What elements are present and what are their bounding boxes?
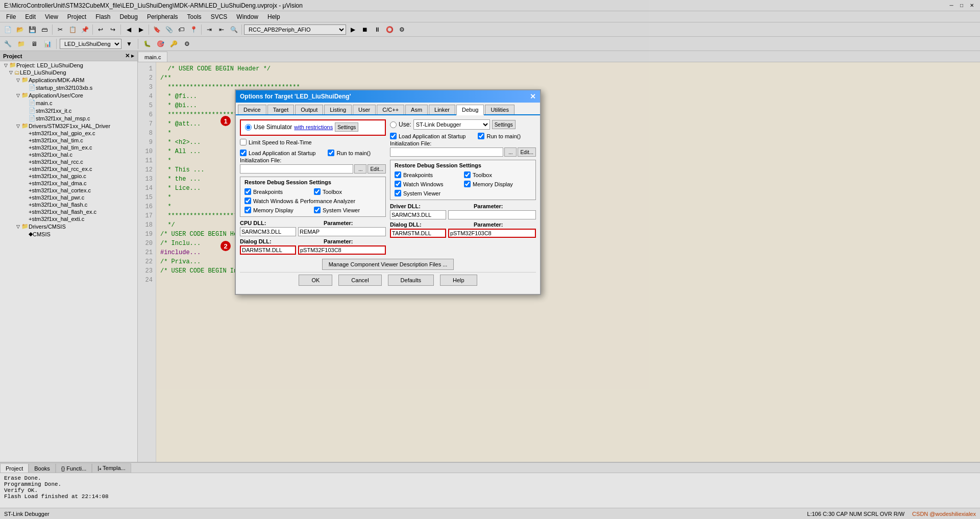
cb-memory-right[interactable] bbox=[464, 181, 471, 187]
cpu-dll-input-left[interactable] bbox=[240, 227, 296, 236]
init-file-row-right: ... Edit... bbox=[390, 147, 536, 157]
run-to-main-cb-left[interactable] bbox=[328, 150, 334, 156]
dialog-param-label-left: Parameter: bbox=[324, 238, 353, 244]
dialog-param-input-left[interactable] bbox=[298, 245, 386, 255]
run-to-main-cb-right[interactable] bbox=[478, 133, 484, 139]
dialog-param-input-right[interactable] bbox=[448, 229, 536, 238]
dtab-device[interactable]: Device bbox=[238, 105, 266, 114]
dialog-footer: OK Cancel Defaults Help bbox=[240, 272, 536, 290]
init-file-input-right[interactable] bbox=[390, 147, 503, 157]
cb-memory-left[interactable] bbox=[244, 207, 251, 213]
init-edit-right[interactable]: Edit... bbox=[518, 147, 536, 157]
dtab-cc[interactable]: C/C++ bbox=[377, 105, 404, 114]
dialog-dll-input-right[interactable] bbox=[390, 229, 446, 238]
init-file-label-right: Initialization File: bbox=[390, 140, 536, 146]
restore-title-left: Restore Debug Session Settings bbox=[244, 179, 381, 185]
dialog-close-button[interactable]: ✕ bbox=[530, 92, 536, 101]
dialog-columns: Use Simulator with restrictions Settings… bbox=[240, 119, 536, 257]
options-dialog: 1 2 Options for Target 'LED_LiuShuiDeng'… bbox=[235, 89, 541, 295]
load-app-cb-right[interactable] bbox=[390, 133, 397, 139]
cpu-param-label-left: Parameter: bbox=[324, 220, 353, 226]
help-button[interactable]: Help bbox=[440, 275, 477, 286]
dialog-tab-bar: Device Target Output Listing User C/C++ … bbox=[236, 103, 540, 115]
dtab-asm[interactable]: Asm bbox=[405, 105, 428, 114]
dialog-dll-label-left: Dialog DLL: bbox=[240, 238, 281, 244]
init-file-row-left: ... Edit... bbox=[240, 164, 386, 174]
simulator-section: Use Simulator with restrictions Settings bbox=[240, 119, 386, 136]
cb-watch-right[interactable] bbox=[395, 181, 401, 187]
dtab-listing[interactable]: Listing bbox=[324, 105, 352, 114]
cb-breakpoints-left[interactable] bbox=[244, 188, 251, 195]
driver-dll-label-right: Driver DLL: bbox=[390, 203, 431, 209]
use-row-right: Use: ST-Link Debugger Settings bbox=[390, 119, 536, 130]
restore-cb-grid-right: Breakpoints Toolbox Watch Windows Memory… bbox=[395, 170, 531, 197]
dialog-dll-input-left[interactable] bbox=[240, 245, 296, 255]
dtab-debug[interactable]: Debug bbox=[456, 105, 484, 115]
run-to-main-label-left: Run to main() bbox=[336, 150, 371, 156]
dialog-title: Options for Target 'LED_LiuShuiDeng' ✕ bbox=[236, 90, 540, 103]
dialog-dll-label-right: Dialog DLL: bbox=[390, 221, 431, 228]
driver-dll-section-right: Driver DLL: Parameter: bbox=[390, 203, 536, 219]
simulator-settings-btn[interactable]: Settings bbox=[335, 122, 358, 132]
defaults-button[interactable]: Defaults bbox=[388, 275, 434, 286]
restore-cb-grid-left: Breakpoints Toolbox Watch Windows & Perf… bbox=[244, 187, 381, 214]
dialog-body: Use Simulator with restrictions Settings… bbox=[236, 115, 540, 294]
cpu-param-input-left[interactable] bbox=[298, 227, 386, 236]
restore-section-right: Restore Debug Session Settings Breakpoin… bbox=[390, 160, 536, 200]
run-to-main-label-right: Run to main() bbox=[486, 133, 521, 139]
cb-watch-left[interactable] bbox=[244, 197, 251, 204]
restore-section-left: Restore Debug Session Settings Breakpoin… bbox=[240, 177, 386, 217]
limit-speed-row: Limit Speed to Real-Time bbox=[240, 139, 386, 145]
cb-sysview-left[interactable] bbox=[314, 207, 321, 213]
dialog-param-label-right: Parameter: bbox=[474, 221, 503, 228]
dtab-target[interactable]: Target bbox=[267, 105, 295, 114]
init-browse-left[interactable]: ... bbox=[354, 164, 366, 174]
dtab-user[interactable]: User bbox=[353, 105, 376, 114]
init-file-input-left[interactable] bbox=[240, 164, 353, 174]
badge-2: 2 bbox=[220, 241, 231, 251]
limit-speed-cb[interactable] bbox=[240, 139, 247, 145]
init-edit-left[interactable]: Edit... bbox=[368, 164, 386, 174]
cb-toolbox-left[interactable] bbox=[314, 188, 321, 195]
cancel-button[interactable]: Cancel bbox=[338, 275, 381, 286]
load-app-row-left: Load Application at Startup Run to main(… bbox=[240, 150, 386, 156]
driver-param-label-right: Parameter: bbox=[474, 203, 503, 209]
cb-toolbox-right[interactable] bbox=[464, 171, 471, 178]
dialog-overlay: 1 2 Options for Target 'LED_LiuShuiDeng'… bbox=[0, 0, 980, 519]
init-browse-right[interactable]: ... bbox=[504, 147, 517, 157]
use-label: Use: bbox=[399, 121, 411, 128]
dtab-linker[interactable]: Linker bbox=[429, 105, 455, 114]
with-restrictions-link[interactable]: with restrictions bbox=[294, 124, 333, 130]
init-file-label-left: Initialization File: bbox=[240, 157, 386, 163]
dtab-output[interactable]: Output bbox=[295, 105, 323, 114]
dtab-utilities[interactable]: Utilities bbox=[485, 105, 514, 114]
driver-param-input-right[interactable] bbox=[448, 210, 536, 219]
use-simulator-radio[interactable] bbox=[245, 124, 252, 131]
manage-btn-row: Manage Component Viewer Description File… bbox=[240, 259, 536, 270]
cpu-dll-label-left: CPU DLL: bbox=[240, 220, 281, 226]
dialog-left-col: Use Simulator with restrictions Settings… bbox=[240, 119, 386, 257]
load-app-row-right: Load Application at Startup Run to main(… bbox=[390, 133, 536, 139]
init-file-section-left: Initialization File: ... Edit... bbox=[240, 157, 386, 174]
debugger-select[interactable]: ST-Link Debugger bbox=[413, 119, 490, 130]
manage-component-btn[interactable]: Manage Component Viewer Description File… bbox=[322, 259, 454, 270]
badge-1: 1 bbox=[220, 116, 231, 126]
dialog-dll-section-right: Dialog DLL: Parameter: bbox=[390, 221, 536, 238]
use-simulator-row: Use Simulator with restrictions Settings bbox=[245, 122, 381, 132]
debugger-settings-btn[interactable]: Settings bbox=[492, 120, 516, 129]
load-app-cb-left[interactable] bbox=[240, 150, 247, 156]
dialog-dll-section-left: Dialog DLL: Parameter: bbox=[240, 238, 386, 255]
cb-breakpoints-right[interactable] bbox=[395, 171, 401, 178]
load-app-label-right: Load Application at Startup bbox=[399, 133, 465, 139]
ok-button[interactable]: OK bbox=[299, 275, 332, 286]
load-app-label-left: Load Application at Startup bbox=[249, 150, 315, 156]
use-simulator-label: Use Simulator bbox=[254, 123, 292, 131]
init-file-section-right: Initialization File: ... Edit... bbox=[390, 140, 536, 157]
cpu-dll-section-left: CPU DLL: Parameter: bbox=[240, 220, 386, 236]
use-debugger-radio[interactable] bbox=[390, 121, 397, 128]
driver-dll-input-right[interactable] bbox=[390, 210, 446, 219]
dialog-right-col: Use: ST-Link Debugger Settings Load Appl… bbox=[390, 119, 536, 257]
use-combo-row: Use: ST-Link Debugger Settings bbox=[390, 119, 536, 130]
restore-title-right: Restore Debug Session Settings bbox=[395, 162, 531, 168]
cb-sysview-right[interactable] bbox=[395, 190, 401, 196]
